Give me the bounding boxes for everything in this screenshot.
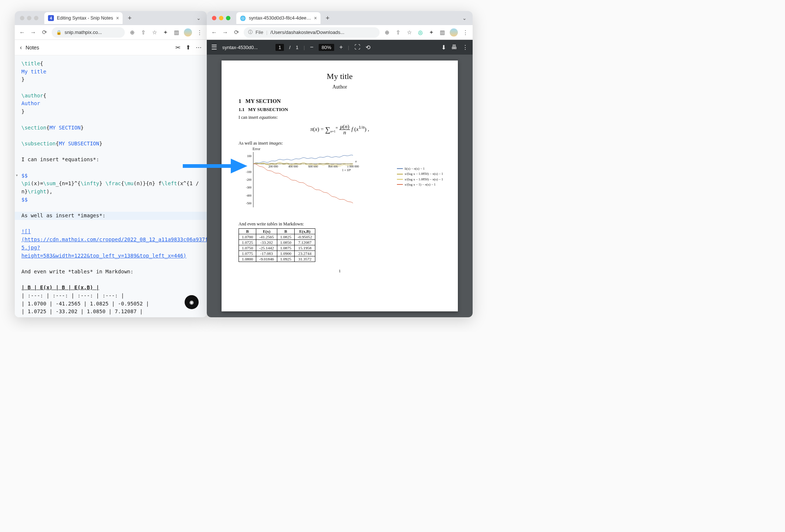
svg-text:1 × 10⁶: 1 × 10⁶ (342, 169, 351, 172)
extensions-icon[interactable]: ✦ (428, 29, 435, 36)
doc-title: My title (239, 72, 441, 81)
tab-overflow-icon[interactable]: ⌄ (459, 14, 470, 23)
share-icon[interactable]: ⇧ (394, 29, 402, 36)
url-bar: ← → ⟳ ⓘ File | /Users/dashakosteva/Downl… (207, 25, 473, 40)
zoom-dot[interactable] (34, 16, 38, 20)
tabstrip: 🌐 syntax-4530d0d3-f8c4-4dee… × + ⌄ (207, 11, 473, 25)
tab-title: syntax-4530d0d3-f8c4-4dee… (249, 15, 311, 21)
highlighted-line: As well as insert *images*: (15, 212, 207, 220)
chart: Error -500-400-300-200-100100200 000400 … (239, 148, 441, 216)
more-icon[interactable]: ⋯ (196, 44, 202, 51)
zoom-out-icon[interactable]: − (310, 44, 313, 51)
chevron-left-icon[interactable]: ‹ (20, 44, 22, 51)
text-line: I can insert *equations*: (21, 156, 202, 164)
browser-tab[interactable]: 4 Editing Syntax - Snip Notes × (44, 12, 123, 24)
pdf-toolbar: ☰ syntax-4530d0... 1 / 1 | − 80% + | ⛶ ⟲… (207, 40, 473, 55)
image-link[interactable]: 5.jpg?height=583&width=1222&top_left_y=1… (21, 245, 186, 259)
table-row-md: | 1.0700 | -41.2565 | 1.0825 | -0.95052 … (21, 300, 202, 308)
minimize-dot[interactable] (219, 16, 223, 20)
upload-icon[interactable]: ⬆ (186, 44, 191, 51)
forward-icon[interactable]: → (30, 29, 37, 36)
menu-icon[interactable]: ⋮ (462, 29, 469, 36)
svg-text:200 000: 200 000 (268, 165, 278, 168)
svg-text:-500: -500 (246, 202, 251, 205)
tabstrip: 4 Editing Syntax - Snip Notes × + ⌄ (15, 11, 207, 25)
page-current[interactable]: 1 (275, 44, 284, 51)
notes-back-label[interactable]: Notes (25, 45, 39, 51)
back-icon[interactable]: ← (210, 29, 218, 36)
extensions-icon[interactable]: ✦ (162, 29, 169, 36)
address-field[interactable]: 🔒 snip.mathpix.co... (52, 27, 125, 38)
profile-avatar[interactable] (450, 28, 458, 37)
hamburger-icon[interactable]: ☰ (211, 43, 217, 51)
table-header-md: | B | E(x) | B | E(x,B) | (21, 284, 202, 292)
url-text: /Users/dashakosteva/Downloads... (270, 30, 344, 35)
url-prefix: File (256, 30, 263, 35)
browser-tab[interactable]: 🌐 syntax-4530d0d3-f8c4-4dee… × (236, 12, 320, 24)
tab-title: Editing Syntax - Snip Notes (57, 15, 113, 21)
forward-icon[interactable]: → (222, 29, 229, 36)
new-tab-button[interactable]: + (125, 13, 134, 23)
new-tab-button[interactable]: + (323, 13, 332, 23)
more-icon[interactable]: ⋮ (462, 44, 468, 51)
svg-text:-200: -200 (246, 178, 251, 182)
close-dot[interactable] (20, 16, 24, 20)
fold-icon[interactable]: ▾ (16, 172, 18, 179)
data-table: BE(x)BE(x,B) 1.0700-41.25651.0825-0.9505… (239, 228, 315, 262)
search-icon[interactable]: ⊕ (128, 29, 136, 36)
pdf-page: My title Author 1 MY SECTION 1.1 MY SUBS… (222, 61, 458, 311)
url-text: snip.mathpix.co... (65, 30, 102, 35)
page-total: 1 (296, 45, 298, 50)
close-icon[interactable]: × (116, 15, 119, 21)
profile-avatar[interactable] (184, 28, 192, 37)
grammarly-icon[interactable]: ◎ (417, 29, 424, 36)
table-row-md: | 1.0750 | -25.1442 | 1.0875 | 15.1958 | (21, 316, 202, 317)
doc-author: Author (239, 84, 441, 90)
svg-text:-100: -100 (246, 170, 251, 174)
info-icon: ⓘ (248, 29, 253, 35)
page-sep: / (289, 45, 291, 50)
sidepanel-icon[interactable]: ▥ (173, 29, 180, 36)
pdf-filename: syntax-4530d0... (222, 45, 258, 50)
window-snip: 4 Editing Syntax - Snip Notes × + ⌄ ← → … (15, 11, 207, 317)
menu-icon[interactable]: ⋮ (196, 29, 203, 36)
close-dot[interactable] (212, 16, 216, 20)
subsection-heading: 1.1 MY SUBSECTION (239, 107, 441, 113)
reload-icon[interactable]: ⟳ (41, 29, 48, 36)
window-pdf: 🌐 syntax-4530d0d3-f8c4-4dee… × + ⌄ ← → ⟳… (207, 11, 473, 317)
sidepanel-icon[interactable]: ▥ (439, 29, 446, 36)
code-editor[interactable]: \title{ My title } \author{ Author } \se… (15, 55, 207, 317)
preview-fab[interactable]: ◉ (185, 295, 199, 309)
paragraph: I can insert equations: (239, 115, 441, 120)
rotate-icon[interactable]: ⟲ (366, 44, 370, 51)
download-icon[interactable]: ⬇ (441, 44, 446, 51)
zoom-in-icon[interactable]: + (339, 44, 343, 51)
back-icon[interactable]: ← (18, 29, 26, 36)
tab-overflow-icon[interactable]: ⌄ (193, 14, 204, 23)
window-controls (20, 16, 38, 20)
svg-text:x: x (355, 159, 357, 163)
table-sep-md: | :---: | :---: | :---: | :---: | (21, 292, 202, 300)
zoom-dot[interactable] (226, 16, 230, 20)
share-icon[interactable]: ⇧ (140, 29, 147, 36)
minimize-dot[interactable] (27, 16, 31, 20)
star-icon[interactable]: ☆ (151, 29, 158, 36)
pdf-viewport[interactable]: My title Author 1 MY SECTION 1.1 MY SUBS… (207, 55, 473, 317)
text-line: And even write *tables* in Markdown: (21, 268, 202, 276)
share-icon[interactable]: ⫘ (175, 44, 181, 51)
zoom-level[interactable]: 80% (319, 44, 334, 51)
lock-icon: 🔒 (56, 30, 62, 35)
print-icon[interactable]: 🖶 (451, 44, 457, 51)
reload-icon[interactable]: ⟳ (233, 29, 240, 36)
address-field[interactable]: ⓘ File | /Users/dashakosteva/Downloads..… (244, 27, 380, 38)
table-row-md: | 1.0725 | -33.202 | 1.0850 | 7.12087 | (21, 308, 202, 316)
equation: π(x) = ∑n=1∞ μ(n) n f (x1/n) , (239, 124, 441, 135)
svg-text:-300: -300 (246, 186, 251, 189)
close-icon[interactable]: × (314, 15, 317, 21)
svg-text:100: 100 (247, 155, 251, 158)
fit-icon[interactable]: ⛶ (354, 44, 360, 51)
star-icon[interactable]: ☆ (405, 29, 413, 36)
search-icon[interactable]: ⊕ (383, 29, 391, 36)
snip-app-header: ‹ Notes ⫘ ⬆ ⋯ (15, 40, 207, 55)
image-link[interactable]: ![](https://cdn.mathpix.com/cropped/2022… (21, 228, 207, 242)
